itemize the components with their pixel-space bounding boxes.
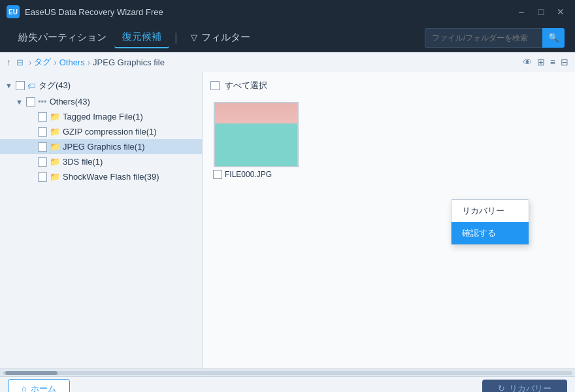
tree-label-gzip: GZIP compression file(1)	[63, 127, 157, 137]
menubar: 紛失パーティション 復元候補 | ▽ フィルター 🔍	[0, 24, 575, 52]
chevron-icon: ▼	[5, 82, 16, 90]
menu-divider: |	[169, 31, 183, 44]
scrollbar-track[interactable]	[3, 371, 572, 375]
recover-label: リカバリー	[509, 383, 551, 393]
tree-item-others[interactable]: ▼ ••• Others(43)	[0, 94, 202, 109]
main-area: ▼ 🏷 タグ(43) ▼ ••• Others(43) › 📁 Tagged I…	[0, 72, 575, 368]
select-all-checkbox[interactable]	[210, 81, 220, 90]
tree-label-jpeg: JPEG Graphics file(1)	[63, 142, 145, 152]
minimize-button[interactable]: –	[514, 4, 529, 20]
right-panel: すべて選択 FILE000.JPG リカバリー 確認する	[203, 72, 575, 368]
checkbox-tag-root[interactable]	[16, 81, 25, 90]
search-input[interactable]	[425, 28, 542, 48]
window-controls: – □ ✕	[514, 4, 568, 20]
folder-icon: 📁	[50, 142, 60, 152]
breadcrumb-current: JPEG Graphics file	[93, 57, 165, 67]
folder-icon: 📁	[50, 157, 60, 167]
view-panel-icon[interactable]: ⊟	[561, 57, 568, 67]
tree-item-shockwave[interactable]: › 📁 ShockWave Flash file(39)	[0, 169, 202, 184]
left-panel: ▼ 🏷 タグ(43) ▼ ••• Others(43) › 📁 Tagged I…	[0, 72, 203, 368]
search-area: 🔍	[425, 28, 565, 48]
tree-label-shockwave: ShockWave Flash file(39)	[63, 172, 159, 182]
tree-item-jpeg[interactable]: › 📁 JPEG Graphics file(1)	[0, 139, 202, 154]
tree-label-others: Others(43)	[50, 97, 90, 106]
tree-label-3ds: 3DS file(1)	[63, 157, 103, 167]
file-item[interactable]: FILE000.JPG	[210, 99, 302, 182]
breadcrumb-sep-1: ›	[54, 57, 56, 67]
close-button[interactable]: ✕	[553, 4, 568, 20]
checkbox-shockwave[interactable]	[38, 172, 47, 182]
select-all-label: すべて選択	[225, 80, 267, 91]
checkbox-others[interactable]	[26, 97, 35, 106]
view-list-icon[interactable]: ≡	[550, 57, 555, 67]
checkbox-3ds[interactable]	[38, 157, 47, 167]
tree-item-tag-root[interactable]: ▼ 🏷 タグ(43)	[0, 77, 202, 94]
tree-item-gzip[interactable]: › 📁 GZIP compression file(1)	[0, 124, 202, 139]
breadcrumb-sep-2: ›	[88, 57, 90, 67]
tag-icon: 🏷	[27, 81, 36, 91]
breadcrumb-up[interactable]: ↑	[7, 57, 11, 67]
app-title: EaseUS Data Recovery Wizard Free	[25, 7, 514, 17]
scrollbar-area[interactable]	[0, 368, 575, 376]
menu-filter[interactable]: ▽ フィルター	[183, 27, 258, 48]
tree-label-tagged-image: Tagged Image File(1)	[63, 112, 143, 122]
file-label-row: FILE000.JPG	[213, 170, 299, 179]
menu-lost-partition[interactable]: 紛失パーティション	[10, 27, 114, 48]
breadcrumb-drive-icon: ⊟	[16, 57, 24, 67]
folder-icon: 📁	[50, 172, 60, 182]
context-menu-preview[interactable]: 確認する	[452, 222, 529, 244]
checkbox-gzip[interactable]	[38, 127, 47, 137]
tree-item-3ds[interactable]: › 📁 3DS file(1)	[0, 154, 202, 169]
home-icon: ⌂	[22, 384, 27, 392]
tree-item-tagged-image[interactable]: › 📁 Tagged Image File(1)	[0, 109, 202, 124]
recover-icon: ↻	[498, 384, 505, 392]
thumbnail-bottom	[215, 123, 297, 166]
context-menu: リカバリー 確認する	[451, 199, 529, 245]
file-checkbox[interactable]	[213, 170, 222, 179]
file-name: FILE000.JPG	[225, 170, 272, 179]
select-all-bar: すべて選択	[208, 77, 570, 97]
maximize-button[interactable]: □	[533, 4, 549, 20]
titlebar: EU EaseUS Data Recovery Wizard Free – □ …	[0, 0, 575, 24]
filter-icon: ▽	[191, 33, 197, 42]
recover-button[interactable]: ↻ リカバリー	[482, 380, 567, 393]
home-button[interactable]: ⌂ ホーム	[8, 379, 70, 393]
view-controls: 👁 ⊞ ≡ ⊟	[523, 57, 568, 67]
menu-recovery-candidates[interactable]: 復元候補	[114, 27, 169, 48]
view-eye-icon[interactable]: 👁	[523, 57, 532, 67]
scrollbar-thumb[interactable]	[5, 371, 58, 375]
file-grid: FILE000.JPG	[208, 97, 570, 184]
bottombar: ⌂ ホーム ↻ リカバリー	[0, 376, 575, 392]
breadcrumb-tag[interactable]: タグ	[34, 56, 51, 68]
file-thumbnail	[214, 102, 299, 167]
checkbox-tagged-image[interactable]	[38, 112, 47, 122]
home-label: ホーム	[31, 383, 56, 393]
dots-icon: •••	[38, 97, 47, 106]
folder-icon: 📁	[50, 127, 60, 137]
checkbox-jpeg[interactable]	[38, 142, 47, 152]
search-icon: 🔍	[548, 33, 559, 42]
folder-icon: 📁	[50, 112, 60, 122]
breadcrumb: ↑ ⊟ › タグ › Others › JPEG Graphics file 👁…	[0, 52, 575, 72]
tree-label-tag-root: タグ(43)	[39, 80, 71, 91]
view-grid-icon[interactable]: ⊞	[537, 57, 545, 67]
search-button[interactable]: 🔍	[542, 28, 565, 48]
breadcrumb-others[interactable]: Others	[59, 57, 85, 67]
context-menu-recovery[interactable]: リカバリー	[452, 200, 529, 222]
app-icon: EU	[7, 5, 20, 18]
filter-label: フィルター	[201, 31, 250, 44]
breadcrumb-sep-0: ›	[29, 57, 31, 67]
chevron-icon: ▼	[16, 98, 26, 106]
